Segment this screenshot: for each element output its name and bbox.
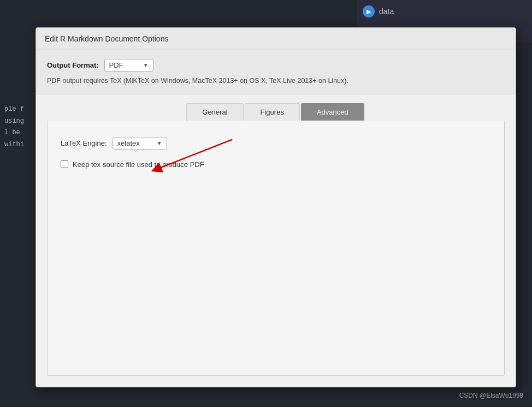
output-format-dropdown-arrow: ▼ bbox=[143, 62, 149, 68]
top-bar: ▶ data bbox=[357, 0, 532, 23]
code-line-4: l be bbox=[4, 127, 33, 139]
code-line-2: using bbox=[4, 116, 33, 128]
dialog-body: Output Format: PDF ▼ PDF output requires… bbox=[36, 50, 516, 387]
data-label: data bbox=[379, 7, 394, 16]
tab-general[interactable]: General bbox=[186, 103, 243, 121]
tabs-container: General Figures Advanced bbox=[36, 94, 516, 121]
advanced-tab-panel: LaTeX Engine: xelatex ▼ Keep tex source … bbox=[47, 121, 505, 376]
output-format-label: Output Format: bbox=[47, 61, 99, 69]
output-format-row: Output Format: PDF ▼ bbox=[47, 59, 505, 71]
data-icon: ▶ bbox=[363, 5, 375, 17]
latex-engine-select[interactable]: xelatex ▼ bbox=[113, 137, 167, 149]
output-format-description: PDF output requires TeX (MiKTeX on Windo… bbox=[47, 76, 505, 86]
dialog-titlebar: Edit R Markdown Document Options bbox=[36, 28, 516, 50]
watermark: CSDN @ElsaWu1998 bbox=[459, 392, 523, 399]
latex-engine-row: LaTeX Engine: xelatex ▼ bbox=[61, 137, 491, 149]
keep-tex-label: Keep tex source file used to produce PDF bbox=[73, 160, 204, 169]
arrow-annotation bbox=[48, 121, 504, 375]
tab-advanced[interactable]: Advanced bbox=[301, 103, 364, 121]
output-format-select[interactable]: PDF ▼ bbox=[104, 59, 153, 71]
dialog-title: Edit R Markdown Document Options bbox=[45, 34, 168, 43]
latex-engine-value: xelatex bbox=[117, 139, 140, 147]
code-line-1: ple f bbox=[4, 104, 33, 116]
output-format-value: PDF bbox=[109, 61, 123, 69]
output-format-section: Output Format: PDF ▼ PDF output requires… bbox=[36, 50, 516, 94]
latex-engine-dropdown-arrow: ▼ bbox=[157, 140, 162, 146]
tab-figures[interactable]: Figures bbox=[245, 103, 300, 121]
keep-tex-row: Keep tex source file used to produce PDF bbox=[61, 160, 491, 169]
left-code-area: ple f using l be withi bbox=[0, 98, 37, 156]
latex-engine-label: LaTeX Engine: bbox=[61, 139, 107, 147]
dialog: Edit R Markdown Document Options Output … bbox=[36, 27, 516, 387]
keep-tex-checkbox[interactable] bbox=[61, 160, 68, 168]
code-line-5: withi bbox=[4, 139, 33, 151]
